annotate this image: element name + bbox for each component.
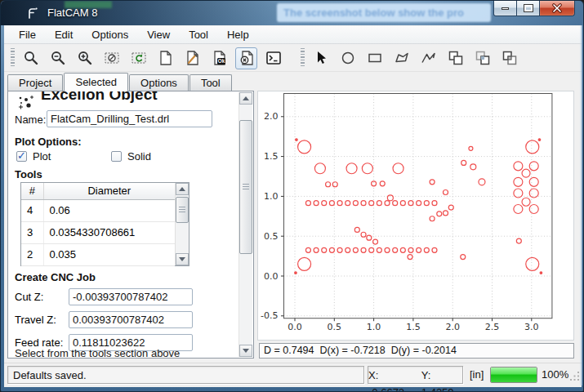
status-bar: Defaults saved. X: -0.6672 Y: 1.4359 [in… <box>4 363 582 387</box>
scroll-up-button[interactable] <box>176 183 189 195</box>
travel-z-label: Travel Z: <box>15 314 69 326</box>
scroll-down-button[interactable] <box>176 253 189 265</box>
delete-object-icon[interactable] <box>235 47 257 69</box>
status-message: Defaults saved. <box>7 366 364 384</box>
tool-cell[interactable]: 2 <box>21 243 43 265</box>
tab-bar: ProjectSelectedOptionsTool <box>6 72 233 91</box>
clear-plot-icon[interactable] <box>100 47 123 69</box>
solid-checkbox-label: Solid <box>127 150 151 163</box>
plot-checkbox[interactable] <box>16 151 27 162</box>
flatcam-logo-icon <box>26 7 39 23</box>
panel-scroll-down-button[interactable] <box>239 345 252 357</box>
panel-scroll-up-button[interactable] <box>239 92 252 105</box>
y-coordinate: Y: 1.4359 <box>421 367 462 383</box>
tool-cell[interactable]: 0.06 <box>43 199 175 221</box>
menu-options[interactable]: Options <box>83 26 136 43</box>
close-icon <box>551 3 563 13</box>
travel-z-input[interactable] <box>69 311 193 328</box>
arrow-down-icon <box>179 257 185 261</box>
replot-icon[interactable] <box>127 47 149 69</box>
arrow-up-icon <box>179 187 185 191</box>
draw-rectangle-icon[interactable] <box>363 47 386 69</box>
svg-text:1.5: 1.5 <box>264 151 279 162</box>
progress-bar <box>490 367 537 383</box>
panel-title: Excellon Object <box>41 91 158 104</box>
units-label: [in] <box>470 368 484 381</box>
shell-icon[interactable] <box>262 47 284 69</box>
svg-text:0.0: 0.0 <box>288 322 302 332</box>
plot-canvas[interactable]: 0.00.51.01.52.02.53.0-0.50.00.51.01.52.0 <box>258 91 573 340</box>
draw-circle-icon[interactable] <box>337 47 359 69</box>
tool-row[interactable]: 40.06 <box>21 199 175 221</box>
tab-project[interactable]: Project <box>7 74 63 91</box>
tab-tool[interactable]: Tool <box>189 74 232 91</box>
toolbar-drag-handle-2[interactable] <box>301 48 305 68</box>
menu-edit[interactable]: Edit <box>47 26 81 43</box>
solid-checkbox[interactable] <box>111 151 122 162</box>
maximize-icon <box>524 5 533 11</box>
update-object-icon[interactable]: Ok <box>208 47 230 69</box>
zoom-out-icon[interactable] <box>47 47 69 69</box>
app-window: The screenshot below show the pro FlatCA… <box>0 0 584 392</box>
panel-scrollbar-thumb[interactable] <box>239 120 252 254</box>
tab-options[interactable]: Options <box>129 74 189 91</box>
tool-cell[interactable]: 3 <box>21 221 43 243</box>
close-button[interactable] <box>540 1 575 16</box>
tab-selected[interactable]: Selected <box>64 73 128 91</box>
tools-table: #Diameter 40.0630.035433070866120.035 <box>20 182 189 266</box>
svg-text:2.5: 2.5 <box>485 322 500 332</box>
arrow-down-icon <box>243 349 249 353</box>
name-label: Name: <box>15 114 46 126</box>
menu-file[interactable]: File <box>11 26 44 43</box>
panel-scrollbar[interactable] <box>239 92 252 357</box>
intersection-icon[interactable] <box>471 47 493 69</box>
svg-text:0.0: 0.0 <box>264 271 279 282</box>
thumb-grip-icon <box>179 207 185 213</box>
tool-cell[interactable]: 4 <box>21 199 43 221</box>
svg-text:-0.5: -0.5 <box>261 310 278 321</box>
draw-polyline-icon[interactable] <box>417 47 439 69</box>
tool-row[interactable]: 30.0354330708661 <box>21 221 175 243</box>
plot-options-label: Plot Options: <box>15 136 82 148</box>
new-file-icon[interactable] <box>154 47 176 69</box>
svg-text:1.0: 1.0 <box>367 322 381 332</box>
table-scrollbar[interactable] <box>175 183 189 265</box>
measurement-readout: D = 0.7494 D(x) = -0.7218 D(y) = -0.2014 <box>259 343 574 359</box>
tools-table-header-num[interactable]: # <box>21 183 43 199</box>
minimize-button[interactable] <box>493 1 517 16</box>
tool-cell[interactable]: 0.0354330708661 <box>43 221 175 243</box>
draw-polygon-icon[interactable] <box>390 47 412 69</box>
minimize-icon <box>502 7 509 10</box>
toolbar-drag-handle[interactable] <box>11 48 15 68</box>
edit-object-icon[interactable] <box>181 47 203 69</box>
tools-table-header-diameter[interactable]: Diameter <box>43 183 175 199</box>
cut-z-input[interactable] <box>69 288 193 305</box>
coordinates-readout: X: -0.6672 Y: 1.4359 <box>368 366 463 384</box>
tool-row[interactable]: 20.035 <box>21 243 175 265</box>
svg-text:2.0: 2.0 <box>445 322 460 332</box>
plot-panel[interactable]: 0.00.51.01.52.02.53.0-0.50.00.51.01.52.0 <box>257 91 574 341</box>
tool-cell[interactable]: 0.035 <box>43 243 175 265</box>
x-coordinate: X: -0.6672 <box>368 367 413 383</box>
subtract-icon[interactable] <box>498 47 520 69</box>
union-icon[interactable] <box>444 47 466 69</box>
tools-hint: Select from the tools section above <box>15 347 180 359</box>
svg-text:2.0: 2.0 <box>264 111 279 122</box>
menu-tool[interactable]: Tool <box>181 26 216 43</box>
title-bar[interactable]: The screenshot below show the pro FlatCA… <box>1 1 583 25</box>
progress-percent: 100% <box>542 368 568 381</box>
object-name-input[interactable] <box>47 110 212 127</box>
tools-label: Tools <box>15 168 42 180</box>
menu-help[interactable]: Help <box>219 26 257 43</box>
menu-view[interactable]: View <box>139 26 178 43</box>
table-scrollbar-thumb[interactable] <box>176 197 189 223</box>
tools-table-header-row: #Diameter <box>21 183 175 199</box>
select-icon[interactable] <box>310 47 332 69</box>
maximize-button[interactable] <box>517 1 540 16</box>
zoom-fit-icon[interactable] <box>20 47 42 69</box>
window-controls <box>493 1 575 16</box>
tools-table-body: 40.0630.035433070866120.035 <box>21 199 175 265</box>
background-bleed-text: The screenshot below show the pro <box>277 3 491 22</box>
resize-grip[interactable] <box>570 370 580 385</box>
zoom-in-icon[interactable] <box>74 47 96 69</box>
